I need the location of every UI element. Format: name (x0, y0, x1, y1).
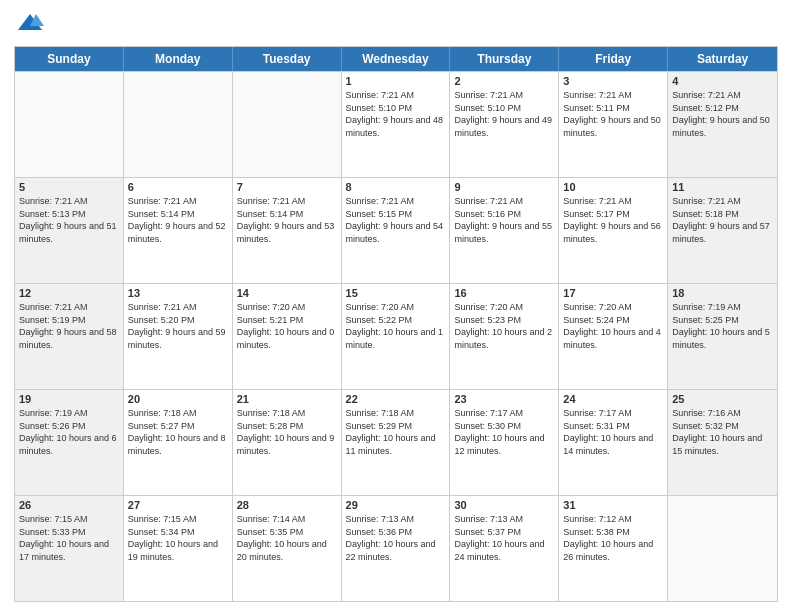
day-number: 10 (563, 181, 663, 193)
calendar-cell: 12Sunrise: 7:21 AM Sunset: 5:19 PM Dayli… (15, 284, 124, 389)
calendar-cell: 29Sunrise: 7:13 AM Sunset: 5:36 PM Dayli… (342, 496, 451, 601)
calendar-cell: 20Sunrise: 7:18 AM Sunset: 5:27 PM Dayli… (124, 390, 233, 495)
day-number: 2 (454, 75, 554, 87)
day-number: 27 (128, 499, 228, 511)
calendar-header-cell: Friday (559, 47, 668, 71)
calendar-header-cell: Thursday (450, 47, 559, 71)
day-info: Sunrise: 7:21 AM Sunset: 5:14 PM Dayligh… (237, 195, 337, 245)
calendar-cell (124, 72, 233, 177)
calendar-header-cell: Saturday (668, 47, 777, 71)
calendar-cell: 30Sunrise: 7:13 AM Sunset: 5:37 PM Dayli… (450, 496, 559, 601)
day-info: Sunrise: 7:15 AM Sunset: 5:33 PM Dayligh… (19, 513, 119, 563)
day-number: 18 (672, 287, 773, 299)
calendar-cell: 17Sunrise: 7:20 AM Sunset: 5:24 PM Dayli… (559, 284, 668, 389)
day-info: Sunrise: 7:21 AM Sunset: 5:16 PM Dayligh… (454, 195, 554, 245)
day-number: 14 (237, 287, 337, 299)
calendar-cell: 24Sunrise: 7:17 AM Sunset: 5:31 PM Dayli… (559, 390, 668, 495)
calendar-row: 1Sunrise: 7:21 AM Sunset: 5:10 PM Daylig… (15, 71, 777, 177)
calendar-cell: 26Sunrise: 7:15 AM Sunset: 5:33 PM Dayli… (15, 496, 124, 601)
day-number: 31 (563, 499, 663, 511)
day-number: 6 (128, 181, 228, 193)
day-info: Sunrise: 7:14 AM Sunset: 5:35 PM Dayligh… (237, 513, 337, 563)
day-number: 20 (128, 393, 228, 405)
day-info: Sunrise: 7:17 AM Sunset: 5:30 PM Dayligh… (454, 407, 554, 457)
day-info: Sunrise: 7:20 AM Sunset: 5:21 PM Dayligh… (237, 301, 337, 351)
calendar-cell: 6Sunrise: 7:21 AM Sunset: 5:14 PM Daylig… (124, 178, 233, 283)
day-number: 21 (237, 393, 337, 405)
calendar-cell: 8Sunrise: 7:21 AM Sunset: 5:15 PM Daylig… (342, 178, 451, 283)
day-number: 19 (19, 393, 119, 405)
calendar-cell: 15Sunrise: 7:20 AM Sunset: 5:22 PM Dayli… (342, 284, 451, 389)
day-number: 16 (454, 287, 554, 299)
calendar: SundayMondayTuesdayWednesdayThursdayFrid… (14, 46, 778, 602)
calendar-cell (233, 72, 342, 177)
day-number: 4 (672, 75, 773, 87)
day-info: Sunrise: 7:18 AM Sunset: 5:29 PM Dayligh… (346, 407, 446, 457)
day-number: 7 (237, 181, 337, 193)
day-info: Sunrise: 7:20 AM Sunset: 5:23 PM Dayligh… (454, 301, 554, 351)
day-number: 25 (672, 393, 773, 405)
calendar-cell: 28Sunrise: 7:14 AM Sunset: 5:35 PM Dayli… (233, 496, 342, 601)
calendar-cell: 7Sunrise: 7:21 AM Sunset: 5:14 PM Daylig… (233, 178, 342, 283)
day-info: Sunrise: 7:21 AM Sunset: 5:14 PM Dayligh… (128, 195, 228, 245)
day-number: 8 (346, 181, 446, 193)
day-info: Sunrise: 7:12 AM Sunset: 5:38 PM Dayligh… (563, 513, 663, 563)
day-info: Sunrise: 7:13 AM Sunset: 5:37 PM Dayligh… (454, 513, 554, 563)
calendar-header-cell: Sunday (15, 47, 124, 71)
day-number: 17 (563, 287, 663, 299)
day-info: Sunrise: 7:19 AM Sunset: 5:26 PM Dayligh… (19, 407, 119, 457)
calendar-cell: 14Sunrise: 7:20 AM Sunset: 5:21 PM Dayli… (233, 284, 342, 389)
header (14, 10, 778, 38)
day-number: 30 (454, 499, 554, 511)
calendar-cell: 22Sunrise: 7:18 AM Sunset: 5:29 PM Dayli… (342, 390, 451, 495)
day-number: 3 (563, 75, 663, 87)
day-number: 23 (454, 393, 554, 405)
day-info: Sunrise: 7:13 AM Sunset: 5:36 PM Dayligh… (346, 513, 446, 563)
calendar-header-cell: Tuesday (233, 47, 342, 71)
calendar-cell: 18Sunrise: 7:19 AM Sunset: 5:25 PM Dayli… (668, 284, 777, 389)
day-info: Sunrise: 7:18 AM Sunset: 5:28 PM Dayligh… (237, 407, 337, 457)
day-info: Sunrise: 7:21 AM Sunset: 5:17 PM Dayligh… (563, 195, 663, 245)
day-number: 26 (19, 499, 119, 511)
day-number: 11 (672, 181, 773, 193)
calendar-cell: 19Sunrise: 7:19 AM Sunset: 5:26 PM Dayli… (15, 390, 124, 495)
day-info: Sunrise: 7:15 AM Sunset: 5:34 PM Dayligh… (128, 513, 228, 563)
day-info: Sunrise: 7:21 AM Sunset: 5:18 PM Dayligh… (672, 195, 773, 245)
calendar-cell: 2Sunrise: 7:21 AM Sunset: 5:10 PM Daylig… (450, 72, 559, 177)
logo (14, 10, 44, 38)
calendar-cell: 31Sunrise: 7:12 AM Sunset: 5:38 PM Dayli… (559, 496, 668, 601)
page: SundayMondayTuesdayWednesdayThursdayFrid… (0, 0, 792, 612)
calendar-row: 5Sunrise: 7:21 AM Sunset: 5:13 PM Daylig… (15, 177, 777, 283)
day-info: Sunrise: 7:21 AM Sunset: 5:20 PM Dayligh… (128, 301, 228, 351)
day-number: 12 (19, 287, 119, 299)
calendar-cell: 25Sunrise: 7:16 AM Sunset: 5:32 PM Dayli… (668, 390, 777, 495)
calendar-header-row: SundayMondayTuesdayWednesdayThursdayFrid… (15, 47, 777, 71)
calendar-cell: 1Sunrise: 7:21 AM Sunset: 5:10 PM Daylig… (342, 72, 451, 177)
day-number: 28 (237, 499, 337, 511)
calendar-cell: 27Sunrise: 7:15 AM Sunset: 5:34 PM Dayli… (124, 496, 233, 601)
calendar-cell: 4Sunrise: 7:21 AM Sunset: 5:12 PM Daylig… (668, 72, 777, 177)
calendar-cell: 23Sunrise: 7:17 AM Sunset: 5:30 PM Dayli… (450, 390, 559, 495)
day-info: Sunrise: 7:16 AM Sunset: 5:32 PM Dayligh… (672, 407, 773, 457)
day-info: Sunrise: 7:21 AM Sunset: 5:19 PM Dayligh… (19, 301, 119, 351)
day-info: Sunrise: 7:21 AM Sunset: 5:11 PM Dayligh… (563, 89, 663, 139)
calendar-cell: 21Sunrise: 7:18 AM Sunset: 5:28 PM Dayli… (233, 390, 342, 495)
calendar-cell (15, 72, 124, 177)
calendar-header-cell: Wednesday (342, 47, 451, 71)
calendar-cell: 11Sunrise: 7:21 AM Sunset: 5:18 PM Dayli… (668, 178, 777, 283)
day-number: 24 (563, 393, 663, 405)
day-info: Sunrise: 7:21 AM Sunset: 5:10 PM Dayligh… (454, 89, 554, 139)
day-info: Sunrise: 7:21 AM Sunset: 5:15 PM Dayligh… (346, 195, 446, 245)
day-info: Sunrise: 7:20 AM Sunset: 5:24 PM Dayligh… (563, 301, 663, 351)
calendar-cell: 10Sunrise: 7:21 AM Sunset: 5:17 PM Dayli… (559, 178, 668, 283)
calendar-body: 1Sunrise: 7:21 AM Sunset: 5:10 PM Daylig… (15, 71, 777, 601)
day-info: Sunrise: 7:17 AM Sunset: 5:31 PM Dayligh… (563, 407, 663, 457)
day-info: Sunrise: 7:20 AM Sunset: 5:22 PM Dayligh… (346, 301, 446, 351)
calendar-cell: 3Sunrise: 7:21 AM Sunset: 5:11 PM Daylig… (559, 72, 668, 177)
day-info: Sunrise: 7:21 AM Sunset: 5:12 PM Dayligh… (672, 89, 773, 139)
day-number: 1 (346, 75, 446, 87)
day-number: 9 (454, 181, 554, 193)
calendar-cell: 9Sunrise: 7:21 AM Sunset: 5:16 PM Daylig… (450, 178, 559, 283)
day-number: 22 (346, 393, 446, 405)
calendar-cell: 13Sunrise: 7:21 AM Sunset: 5:20 PM Dayli… (124, 284, 233, 389)
